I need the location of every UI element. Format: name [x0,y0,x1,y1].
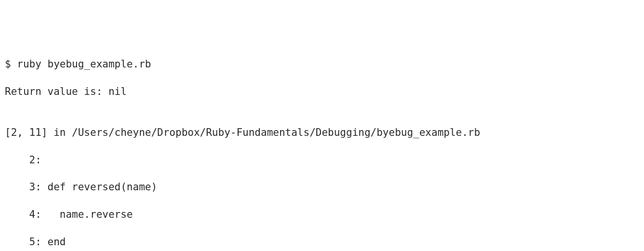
file-range-line: [2, 11] in /Users/cheyne/Dropbox/Ruby-Fu… [5,126,639,139]
return-value-line: Return value is: nil [5,85,639,98]
code-line-3: 3: def reversed(name) [5,180,639,194]
code-line-4: 4: name.reverse [5,208,639,221]
code-line-5: 5: end [5,235,639,249]
command-line: $ ruby byebug_example.rb [5,57,639,71]
code-line-2: 2: [5,153,639,167]
